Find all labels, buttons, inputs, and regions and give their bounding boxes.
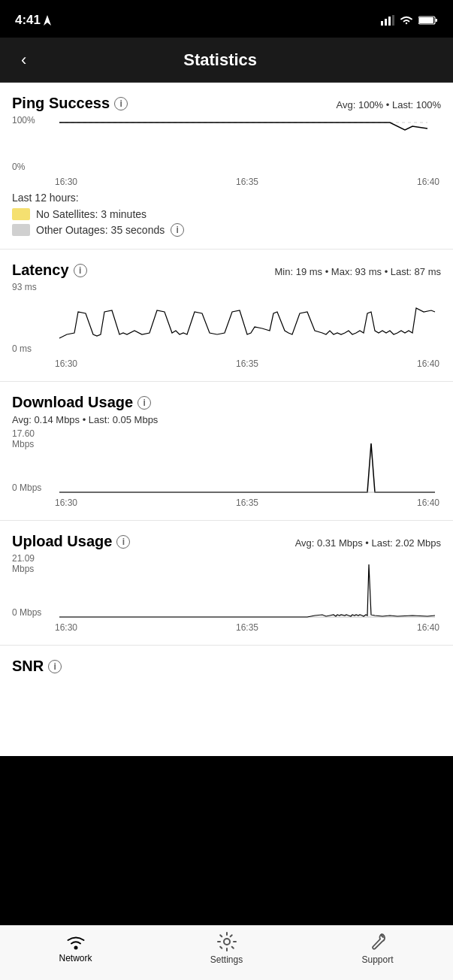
upload-y-labels: 21.09 Mbps 0 Mbps — [12, 553, 53, 618]
download-section: Download Usage i Avg: 0.14 Mbps • Last: … — [0, 382, 453, 521]
svg-rect-3 — [392, 15, 394, 26]
no-satellites-color — [12, 208, 30, 220]
latency-x-labels: 16:30 16:35 16:40 — [53, 358, 441, 369]
latency-chart-area: 16:30 16:35 16:40 — [53, 282, 441, 369]
latency-chart-container: 93 ms 0 ms 16:30 16:35 16:40 — [12, 282, 441, 369]
ping-chart-svg — [53, 115, 441, 175]
signal-icon — [381, 15, 394, 26]
wifi-icon — [399, 15, 414, 26]
ping-info-icon[interactable]: i — [114, 97, 128, 110]
main-content: Ping Success i Avg: 100% • Last: 100% 10… — [0, 83, 453, 756]
download-y-labels: 17.60 Mbps 0 Mbps — [12, 428, 53, 493]
upload-chart-svg — [53, 553, 441, 621]
latency-chart-svg — [53, 282, 441, 357]
svg-rect-1 — [385, 19, 387, 26]
upload-chart-container: 21.09 Mbps 0 Mbps 16:30 16:35 16:40 — [12, 553, 441, 633]
other-outages-label: Other Outages: 35 seconds — [36, 224, 165, 236]
ping-legend: Last 12 hours: No Satellites: 3 minutes … — [12, 192, 441, 237]
page-title: Statistics — [32, 50, 408, 70]
battery-icon — [418, 15, 438, 26]
upload-info-icon[interactable]: i — [116, 535, 130, 549]
time-label: 4:41 — [15, 13, 41, 28]
upload-stats: Avg: 0.31 Mbps • Last: 2.02 Mbps — [295, 537, 441, 549]
location-icon — [44, 15, 51, 26]
upload-title: Upload Usage i — [12, 533, 130, 550]
snr-info-icon[interactable]: i — [48, 660, 62, 673]
svg-point-10 — [74, 946, 77, 950]
status-time: 4:41 — [15, 13, 51, 28]
svg-point-11 — [224, 939, 230, 945]
legend-no-satellites: No Satellites: 3 minutes — [12, 208, 441, 220]
latency-y-labels: 93 ms 0 ms — [12, 282, 53, 354]
back-button[interactable]: ‹ — [15, 47, 32, 73]
latency-stats: Min: 19 ms • Max: 93 ms • Last: 87 ms — [274, 266, 441, 277]
upload-chart-area: 16:30 16:35 16:40 — [53, 553, 441, 633]
settings-label: Settings — [210, 954, 243, 965]
svg-rect-6 — [436, 19, 438, 22]
svg-rect-2 — [388, 17, 391, 26]
support-label: Support — [361, 954, 393, 965]
upload-section: Upload Usage i Avg: 0.31 Mbps • Last: 2.… — [0, 521, 453, 646]
nav-item-support[interactable]: Support — [348, 932, 408, 965]
download-chart-container: 17.60 Mbps 0 Mbps 16:30 16:35 16:40 — [12, 428, 441, 508]
ping-y-labels: 100% 0% — [12, 115, 53, 172]
nav-item-network[interactable]: Network — [46, 933, 106, 963]
download-chart-svg — [53, 428, 441, 496]
network-label: Network — [59, 953, 92, 963]
latency-section: Latency i Min: 19 ms • Max: 93 ms • Last… — [0, 250, 453, 382]
ping-success-header: Ping Success i Avg: 100% • Last: 100% — [12, 95, 441, 112]
ping-stats: Avg: 100% • Last: 100% — [337, 99, 441, 110]
no-satellites-label: No Satellites: 3 minutes — [36, 208, 146, 220]
status-icons — [381, 15, 438, 26]
ping-chart-container: 100% 0% 16:30 16:35 16:40 — [12, 115, 441, 187]
bottom-nav: Network Settings Support — [0, 925, 453, 980]
legend-other-outages: Other Outages: 35 seconds i — [12, 223, 441, 237]
download-info-icon[interactable]: i — [137, 396, 151, 410]
upload-header: Upload Usage i Avg: 0.31 Mbps • Last: 2.… — [12, 533, 441, 550]
wrench-icon — [368, 932, 388, 951]
svg-rect-5 — [419, 17, 433, 23]
download-stats: Avg: 0.14 Mbps • Last: 0.05 Mbps — [12, 414, 441, 425]
svg-rect-0 — [381, 21, 383, 26]
ping-success-title: Ping Success i — [12, 95, 128, 112]
latency-info-icon[interactable]: i — [74, 264, 87, 277]
bottom-spacer — [0, 681, 453, 756]
status-bar: 4:41 — [0, 0, 453, 38]
outages-info-icon[interactable]: i — [171, 223, 184, 237]
download-title: Download Usage i — [12, 394, 151, 411]
latency-title: Latency i — [12, 262, 87, 279]
other-outages-color — [12, 224, 30, 236]
header: ‹ Statistics — [0, 38, 453, 83]
snr-section-partial: SNR i — [0, 646, 453, 681]
upload-x-labels: 16:30 16:35 16:40 — [53, 622, 441, 633]
gear-icon — [217, 932, 237, 951]
download-chart-area: 16:30 16:35 16:40 — [53, 428, 441, 508]
latency-header: Latency i Min: 19 ms • Max: 93 ms • Last… — [12, 262, 441, 279]
download-x-labels: 16:30 16:35 16:40 — [53, 498, 441, 508]
download-header: Download Usage i — [12, 394, 441, 411]
ping-x-labels: 16:30 16:35 16:40 — [53, 177, 441, 187]
ping-success-section: Ping Success i Avg: 100% • Last: 100% 10… — [0, 83, 453, 250]
last12-label: Last 12 hours: — [12, 192, 441, 204]
nav-item-settings[interactable]: Settings — [197, 932, 257, 965]
ping-chart-area: 16:30 16:35 16:40 — [53, 115, 441, 187]
wifi-nav-icon — [65, 933, 86, 950]
